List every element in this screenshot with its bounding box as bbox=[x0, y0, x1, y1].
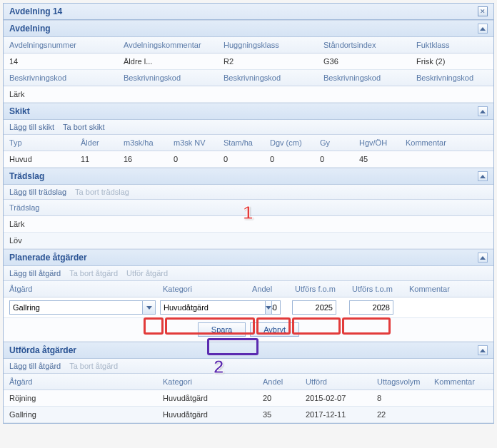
atgard-select[interactable] bbox=[9, 300, 143, 315]
col-fuktklass: Fuktklass bbox=[411, 37, 489, 53]
remove-skikt-button[interactable]: Ta bort skikt bbox=[63, 123, 105, 131]
panel-avdelning: Avdelning Avdelningsnummer Avdelningskom… bbox=[4, 20, 493, 103]
remove-atgard-button[interactable]: Ta bort åtgärd bbox=[69, 269, 118, 278]
atgard-dropdown-trigger[interactable] bbox=[143, 300, 156, 315]
tom-input[interactable] bbox=[349, 300, 393, 315]
col-avdelningsnummer: Avdelningsnummer bbox=[4, 37, 118, 53]
add-utford-button[interactable]: Lägg till åtgärd bbox=[9, 362, 61, 370]
collapse-utforda-icon[interactable] bbox=[478, 345, 488, 355]
col-huggningsklass: Huggningsklass bbox=[218, 37, 318, 53]
avdelning-headers: Avdelningsnummer Avdelningskommentar Hug… bbox=[4, 37, 493, 54]
window: Avdelning 14 ✕ Avdelning Avdelningsnumme… bbox=[3, 3, 494, 424]
panel-title: Skikt bbox=[9, 106, 30, 116]
col-standortsindex: Ståndortsindex bbox=[318, 37, 411, 53]
table-row[interactable]: 14 Äldre l... R2 G36 Frisk (2) bbox=[4, 54, 493, 70]
kategori-dropdown-trigger[interactable] bbox=[266, 300, 272, 315]
close-icon[interactable]: ✕ bbox=[478, 6, 488, 16]
remove-utford-button[interactable]: Ta bort åtgärd bbox=[69, 362, 118, 370]
toolbar-tradslag: Lägg till trädslag Ta bort trädslag bbox=[4, 185, 493, 200]
save-button[interactable]: Spara bbox=[198, 322, 246, 337]
collapse-planerade-icon[interactable] bbox=[478, 253, 488, 263]
panel-header-tradslag[interactable]: Trädslag bbox=[4, 168, 493, 185]
table-row[interactable]: Röjning Huvudåtgärd 20 2015-02-07 8 bbox=[4, 390, 493, 407]
panel-tradslag: Trädslag Lägg till trädslag Ta bort träd… bbox=[4, 168, 493, 249]
cancel-button[interactable]: Avbryt bbox=[250, 322, 299, 337]
toolbar-skikt: Lägg till skikt Ta bort skikt bbox=[4, 120, 493, 135]
panel-header-skikt[interactable]: Skikt bbox=[4, 103, 493, 120]
window-title: Avdelning 14 bbox=[9, 6, 62, 16]
table-row[interactable]: Lärk bbox=[4, 216, 493, 233]
collapse-tradslag-icon[interactable] bbox=[478, 171, 488, 181]
panel-title: Utförda åtgärder bbox=[9, 345, 76, 355]
panel-header-utforda[interactable]: Utförda åtgärder bbox=[4, 342, 493, 359]
panel-title: Planerade åtgärder bbox=[9, 253, 87, 263]
edit-row bbox=[4, 297, 493, 318]
from-input[interactable] bbox=[292, 300, 336, 315]
planerade-headers: Åtgärd Kategori Andel Utförs f.o.m Utför… bbox=[4, 281, 493, 297]
add-tradslag-button[interactable]: Lägg till trädslag bbox=[9, 188, 66, 196]
panel-title: Trädslag bbox=[9, 171, 44, 181]
table-row[interactable]: Lärk bbox=[4, 86, 493, 103]
table-row[interactable]: Gallring Huvudåtgärd 35 2017-12-11 22 bbox=[4, 407, 493, 423]
chevron-down-icon bbox=[146, 306, 152, 310]
avdelning-subheaders: Beskrivningskod Beskrivningskod Beskrivn… bbox=[4, 70, 493, 86]
skikt-headers: Typ Ålder m3sk/ha m3sk NV Stam/ha Dgv (c… bbox=[4, 135, 493, 151]
titlebar: Avdelning 14 ✕ bbox=[4, 4, 493, 20]
panel-title: Avdelning bbox=[9, 24, 51, 34]
panel-utforda: Utförda åtgärder Lägg till åtgärd Ta bor… bbox=[4, 342, 493, 423]
collapse-avdelning-icon[interactable] bbox=[478, 24, 488, 34]
edit-buttons: Spara Avbryt bbox=[4, 318, 493, 342]
toolbar-planerade: Lägg till åtgärd Ta bort åtgärd Utför åt… bbox=[4, 266, 493, 281]
panel-header-planerade[interactable]: Planerade åtgärder bbox=[4, 250, 493, 266]
toolbar-utforda: Lägg till åtgärd Ta bort åtgärd bbox=[4, 359, 493, 374]
col-avdelningskommentar: Avdelningskommentar bbox=[118, 37, 218, 53]
remove-tradslag-button[interactable]: Ta bort trädslag bbox=[75, 188, 129, 196]
tradslag-headers: Trädslag bbox=[4, 200, 493, 216]
annotation-arrows bbox=[4, 423, 495, 427]
table-row[interactable]: Löv bbox=[4, 233, 493, 249]
kategori-select[interactable] bbox=[160, 300, 266, 315]
add-skikt-button[interactable]: Lägg till skikt bbox=[9, 123, 54, 131]
table-row[interactable]: Huvud 11 16 0 0 0 0 45 bbox=[4, 151, 493, 168]
chevron-down-icon bbox=[266, 306, 271, 310]
panel-skikt: Skikt Lägg till skikt Ta bort skikt Typ … bbox=[4, 103, 493, 168]
utforda-headers: Åtgärd Kategori Andel Utförd Uttagsvolym… bbox=[4, 374, 493, 390]
panel-planerade: Planerade åtgärder Lägg till åtgärd Ta b… bbox=[4, 249, 493, 342]
add-atgard-button[interactable]: Lägg till åtgärd bbox=[9, 269, 61, 278]
panel-header-avdelning[interactable]: Avdelning bbox=[4, 21, 493, 37]
collapse-skikt-icon[interactable] bbox=[478, 106, 488, 116]
execute-atgard-button[interactable]: Utför åtgärd bbox=[126, 269, 168, 278]
